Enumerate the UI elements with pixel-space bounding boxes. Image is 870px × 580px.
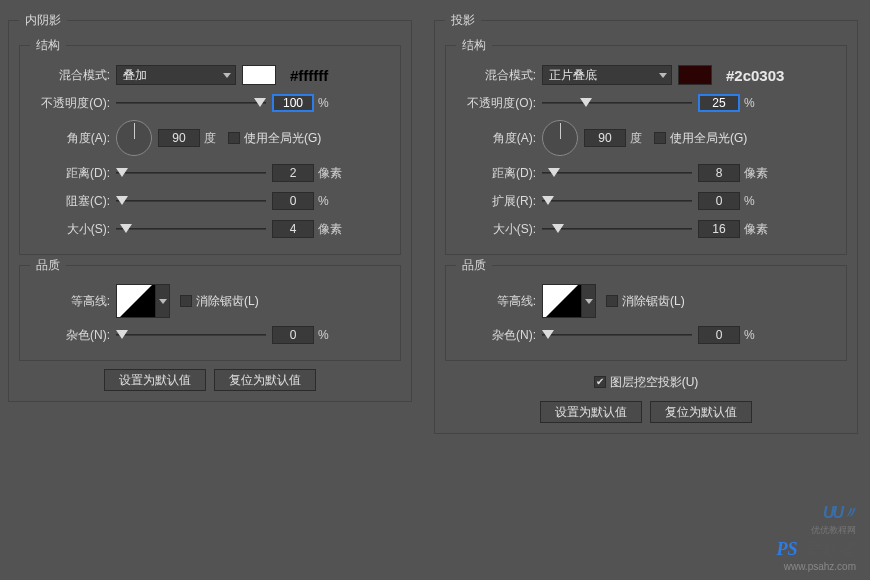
contour-picker[interactable] (116, 284, 156, 318)
color-swatch[interactable] (678, 65, 712, 85)
blend-mode-select[interactable]: 正片叠底 (542, 65, 672, 85)
noise-input[interactable]: 0 (698, 326, 740, 344)
angle-label: 角度(A): (30, 130, 116, 147)
distance-input[interactable]: 2 (272, 164, 314, 182)
size-label: 大小(S): (30, 221, 116, 238)
size-slider[interactable] (116, 222, 266, 236)
choke-unit: % (318, 194, 329, 208)
angle-label: 角度(A): (456, 130, 542, 147)
blend-mode-label: 混合模式: (30, 67, 116, 84)
angle-input[interactable]: 90 (158, 129, 200, 147)
size-unit: 像素 (318, 221, 342, 238)
hex-text: #ffffff (290, 67, 328, 84)
distance-label: 距离(D): (30, 165, 116, 182)
opacity-label: 不透明度(O): (30, 95, 116, 112)
blend-mode-value: 正片叠底 (549, 67, 597, 84)
spread-input[interactable]: 0 (698, 192, 740, 210)
quality-title: 品质 (456, 257, 492, 274)
size-input[interactable]: 16 (698, 220, 740, 238)
brand-logo-1: UU〃 (776, 503, 856, 524)
make-default-button[interactable]: 设置为默认值 (540, 401, 642, 423)
global-light-label: 使用全局光(G) (670, 130, 747, 147)
choke-input[interactable]: 0 (272, 192, 314, 210)
angle-dial[interactable] (542, 120, 578, 156)
contour-dropdown[interactable] (156, 284, 170, 318)
group-inner-shadow: 内阴影 结构 混合模式: 叠加 #ffffff 不透明度(O): 100 (8, 20, 412, 402)
blend-mode-label: 混合模式: (456, 67, 542, 84)
distance-unit: 像素 (318, 165, 342, 182)
structure-title: 结构 (456, 37, 492, 54)
chevron-down-icon (659, 73, 667, 78)
antialias-checkbox[interactable] (180, 295, 192, 307)
brand-sub-1: 优优教程网 (776, 524, 856, 537)
global-light-label: 使用全局光(G) (244, 130, 321, 147)
panel-title: 投影 (445, 12, 481, 29)
contour-label: 等高线: (456, 293, 542, 310)
blend-mode-select[interactable]: 叠加 (116, 65, 236, 85)
group-drop-shadow: 投影 结构 混合模式: 正片叠底 #2c0303 不透明度(O): 25 (434, 20, 858, 434)
group-structure: 结构 混合模式: 正片叠底 #2c0303 不透明度(O): 25 % (445, 45, 847, 255)
noise-slider[interactable] (116, 328, 266, 342)
drop-shadow-panel: 投影 结构 混合模式: 正片叠底 #2c0303 不透明度(O): 25 (426, 0, 866, 452)
spread-label: 扩展(R): (456, 193, 542, 210)
blend-mode-value: 叠加 (123, 67, 147, 84)
contour-label: 等高线: (30, 293, 116, 310)
contour-dropdown[interactable] (582, 284, 596, 318)
distance-label: 距离(D): (456, 165, 542, 182)
noise-input[interactable]: 0 (272, 326, 314, 344)
chevron-down-icon (159, 299, 167, 304)
noise-unit: % (744, 328, 755, 342)
knockout-label: 图层挖空投影(U) (610, 374, 699, 391)
opacity-input[interactable]: 25 (698, 94, 740, 112)
distance-slider[interactable] (542, 166, 692, 180)
quality-title: 品质 (30, 257, 66, 274)
global-light-checkbox[interactable] (654, 132, 666, 144)
inner-shadow-panel: 内阴影 结构 混合模式: 叠加 #ffffff 不透明度(O): 100 (0, 0, 420, 452)
antialias-label: 消除锯齿(L) (196, 293, 259, 310)
watermark: UU〃 优优教程网 PS 爱好者 www.psahz.com (776, 503, 856, 572)
size-slider[interactable] (542, 222, 692, 236)
group-quality: 品质 等高线: 消除锯齿(L) 杂色(N): 0 % (19, 265, 401, 361)
panel-title: 内阴影 (19, 12, 67, 29)
opacity-label: 不透明度(O): (456, 95, 542, 112)
reset-default-button[interactable]: 复位为默认值 (214, 369, 316, 391)
noise-unit: % (318, 328, 329, 342)
reset-default-button[interactable]: 复位为默认值 (650, 401, 752, 423)
noise-slider[interactable] (542, 328, 692, 342)
contour-picker[interactable] (542, 284, 582, 318)
size-unit: 像素 (744, 221, 768, 238)
antialias-label: 消除锯齿(L) (622, 293, 685, 310)
color-swatch[interactable] (242, 65, 276, 85)
opacity-slider[interactable] (116, 96, 266, 110)
brand-logo-2: PS 爱好者 (776, 537, 856, 561)
structure-title: 结构 (30, 37, 66, 54)
knockout-checkbox[interactable] (594, 376, 606, 388)
noise-label: 杂色(N): (30, 327, 116, 344)
chevron-down-icon (223, 73, 231, 78)
chevron-down-icon (585, 299, 593, 304)
opacity-slider[interactable] (542, 96, 692, 110)
angle-dial[interactable] (116, 120, 152, 156)
angle-input[interactable]: 90 (584, 129, 626, 147)
opacity-input[interactable]: 100 (272, 94, 314, 112)
hex-text: #2c0303 (726, 67, 784, 84)
spread-unit: % (744, 194, 755, 208)
choke-label: 阻塞(C): (30, 193, 116, 210)
group-quality: 品质 等高线: 消除锯齿(L) 杂色(N): 0 % (445, 265, 847, 361)
distance-unit: 像素 (744, 165, 768, 182)
brand-url: www.psahz.com (776, 561, 856, 572)
choke-slider[interactable] (116, 194, 266, 208)
size-input[interactable]: 4 (272, 220, 314, 238)
group-structure: 结构 混合模式: 叠加 #ffffff 不透明度(O): 100 % (19, 45, 401, 255)
distance-slider[interactable] (116, 166, 266, 180)
angle-unit: 度 (630, 130, 642, 147)
noise-label: 杂色(N): (456, 327, 542, 344)
distance-input[interactable]: 8 (698, 164, 740, 182)
global-light-checkbox[interactable] (228, 132, 240, 144)
opacity-unit: % (744, 96, 755, 110)
spread-slider[interactable] (542, 194, 692, 208)
angle-unit: 度 (204, 130, 216, 147)
opacity-unit: % (318, 96, 329, 110)
antialias-checkbox[interactable] (606, 295, 618, 307)
make-default-button[interactable]: 设置为默认值 (104, 369, 206, 391)
